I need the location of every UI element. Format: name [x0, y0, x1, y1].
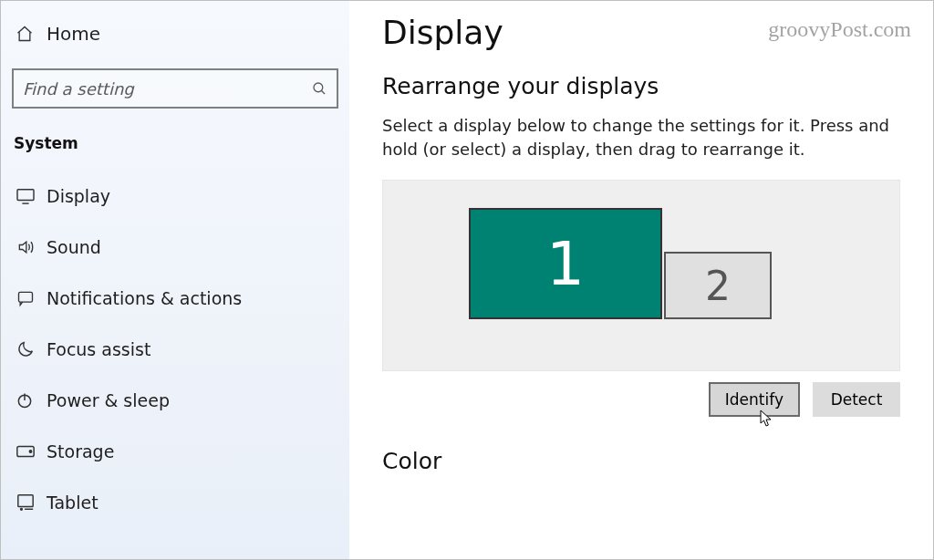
- home-icon: [16, 25, 47, 43]
- display-icon: [16, 188, 47, 204]
- home-nav[interactable]: Home: [1, 8, 349, 59]
- rearrange-description: Select a display below to change the set…: [382, 114, 911, 161]
- search-input[interactable]: [23, 79, 311, 99]
- sidebar-item-power-sleep[interactable]: Power & sleep: [1, 375, 349, 426]
- sidebar-item-tablet[interactable]: Tablet: [1, 477, 349, 528]
- detect-button[interactable]: Detect: [813, 382, 900, 417]
- svg-point-10: [21, 508, 23, 510]
- sidebar-item-focus-assist[interactable]: Focus assist: [1, 324, 349, 375]
- search-icon: [311, 80, 327, 97]
- svg-rect-2: [17, 190, 34, 201]
- sidebar-item-label: Power & sleep: [47, 390, 170, 410]
- main-panel: groovyPost.com Display Rearrange your di…: [349, 1, 933, 559]
- watermark-text: groovyPost.com: [768, 17, 911, 42]
- rearrange-heading: Rearrange your displays: [382, 73, 911, 99]
- display-arrangement-canvas[interactable]: 1 2: [382, 180, 900, 371]
- notifications-icon: [16, 289, 47, 307]
- detect-button-label: Detect: [831, 390, 883, 409]
- svg-line-1: [321, 90, 325, 94]
- monitor-1[interactable]: 1: [469, 208, 662, 319]
- display-buttons-row: Identify Detect: [382, 382, 900, 417]
- identify-button[interactable]: Identify: [709, 382, 800, 417]
- sidebar-item-notifications[interactable]: Notifications & actions: [1, 273, 349, 324]
- sidebar-item-label: Storage: [47, 441, 114, 461]
- sidebar-item-storage[interactable]: Storage: [1, 426, 349, 477]
- tablet-icon: [16, 493, 47, 512]
- svg-point-8: [29, 451, 31, 452]
- sidebar-item-label: Display: [47, 186, 110, 206]
- search-input-container[interactable]: [12, 68, 338, 109]
- sidebar-item-label: Tablet: [47, 493, 99, 513]
- monitor-2-label: 2: [705, 263, 731, 309]
- storage-icon: [16, 444, 47, 459]
- monitor-1-label: 1: [546, 229, 585, 299]
- monitor-2[interactable]: 2: [664, 252, 772, 319]
- sound-icon: [16, 238, 47, 256]
- color-heading: Color: [382, 448, 911, 474]
- sidebar-item-label: Focus assist: [47, 339, 150, 359]
- sidebar-item-sound[interactable]: Sound: [1, 222, 349, 273]
- power-icon: [16, 391, 47, 410]
- section-label-system: System: [1, 129, 349, 171]
- sidebar-item-label: Sound: [47, 237, 101, 257]
- svg-rect-9: [18, 495, 33, 507]
- svg-rect-4: [19, 292, 33, 302]
- identify-button-label: Identify: [725, 390, 784, 409]
- sidebar-item-label: Notifications & actions: [47, 288, 242, 308]
- focus-assist-icon: [16, 339, 47, 359]
- settings-sidebar: Home System Display Sound: [1, 1, 349, 559]
- home-label: Home: [47, 23, 100, 45]
- sidebar-item-display[interactable]: Display: [1, 171, 349, 222]
